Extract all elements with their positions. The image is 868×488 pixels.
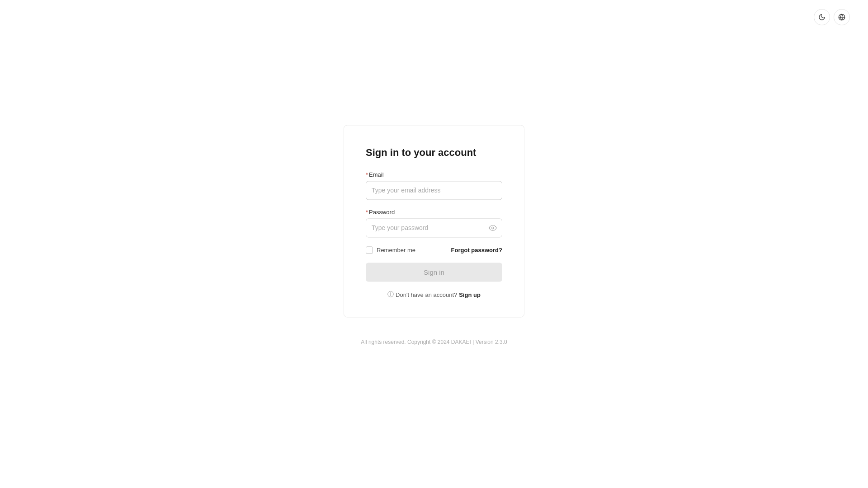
page-center: Sign in to your account *Email *Password [344,125,524,345]
email-input[interactable] [366,181,502,200]
globe-icon [838,14,845,21]
email-field-group: *Email [366,171,502,200]
toggle-password-button[interactable] [489,224,497,232]
signin-button[interactable]: Sign in [366,263,502,282]
signup-row: ⓘ Don't have an account? Sign up [366,291,502,299]
dark-mode-button[interactable] [814,9,830,25]
email-required-star: * [366,171,368,178]
signup-link[interactable]: Sign up [459,291,481,298]
remember-me-checkbox[interactable] [366,246,373,253]
page-title: Sign in to your account [366,147,502,159]
remember-me-label[interactable]: Remember me [366,246,415,253]
footer-text: All rights reserved. Copyright © 2024 DA… [361,339,507,345]
password-input[interactable] [366,218,502,237]
eye-icon [489,224,497,232]
remember-me-text: Remember me [377,247,415,253]
top-bar [814,9,850,25]
forgot-password-link[interactable]: Forgot password? [451,247,502,253]
svg-point-2 [492,227,494,229]
options-row: Remember me Forgot password? [366,246,502,253]
moon-icon [818,14,826,21]
no-account-text: Don't have an account? [396,291,457,298]
login-card: Sign in to your account *Email *Password [344,125,524,317]
password-field-group: *Password [366,209,502,237]
email-label: *Email [366,171,502,178]
password-required-star: * [366,209,368,216]
password-label: *Password [366,209,502,216]
language-button[interactable] [834,9,850,25]
footer: All rights reserved. Copyright © 2024 DA… [361,339,507,345]
email-input-wrapper [366,181,502,200]
info-icon: ⓘ [387,291,394,299]
password-input-wrapper [366,218,502,237]
